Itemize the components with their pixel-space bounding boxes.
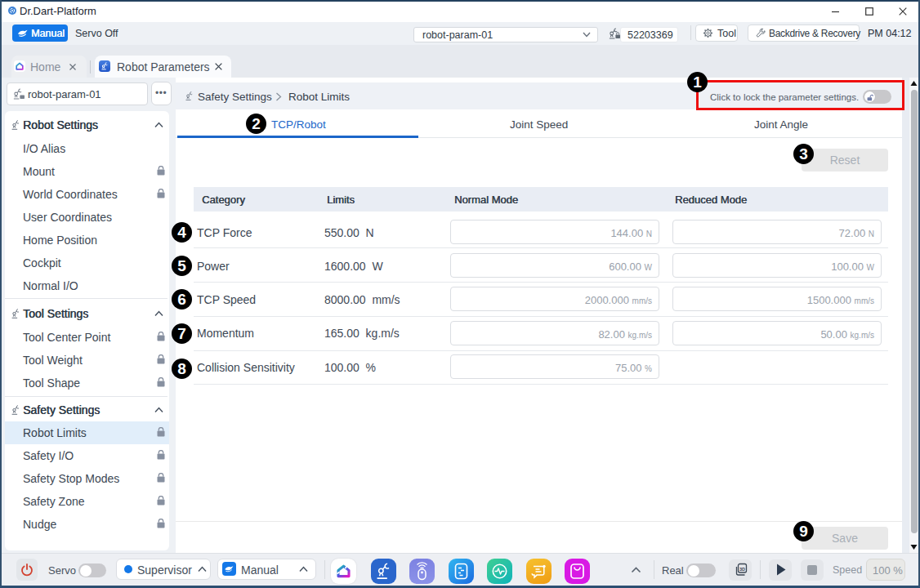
svg-text:3D: 3D bbox=[739, 567, 745, 572]
